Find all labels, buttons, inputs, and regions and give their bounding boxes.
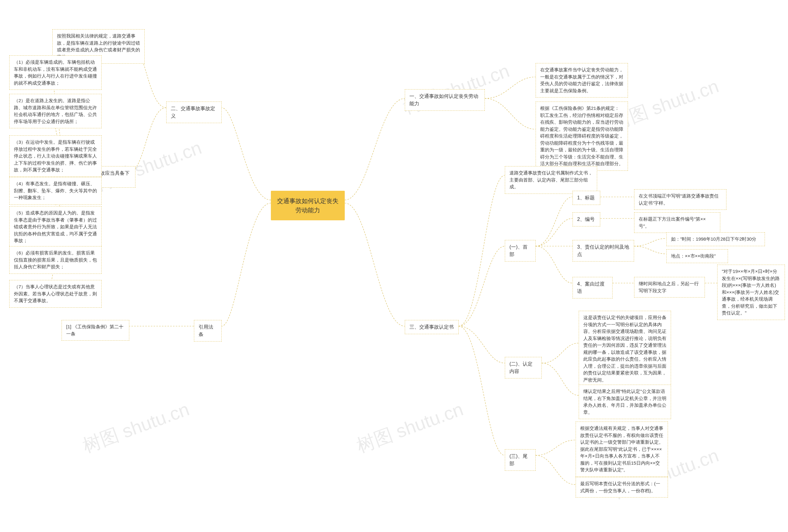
s1-n3: 3、责任认定的时间及地点 <box>573 240 634 262</box>
s3-t2: 最后写明本责任认定书分送的形式：(一式两份，一份交当事人，一份存档)。 <box>576 477 668 497</box>
s1-n1-text: 在文书顶端正中写明"道路交通事故责任认定书"字样。 <box>634 189 726 210</box>
watermark: 树图 shutu.cn <box>79 397 193 458</box>
s3-t1: 根据交通法规有关规定，当事人对交通事故责任认定书不服的，有权向做出该责任认定书的… <box>576 422 668 477</box>
s1-n3-t2: 地点：××市××街南段" <box>666 249 728 263</box>
s2-t2: 继认定结果之后用"特此认定"公文落款语结尾，右下角加盖认定机关公章，并注明承办人… <box>579 385 671 419</box>
connector-lines <box>0 0 788 532</box>
s2-t1: 这是该责任认定书的关键项目，应用分条分项的方式一一写明分析认定的具体内容。分析应… <box>579 311 671 387</box>
branch2-i1: （1）必须是车辆造成的。车辆包括机动车和非机动车，没有车辆就不能构成交通事故，例… <box>9 55 102 90</box>
s1-n2: 2、编号 <box>573 212 600 226</box>
branch2-i6: （6）必须有损害后果的发生。损害后果仅指直接的损害后果，且是物质损失，包括人身伤… <box>9 246 102 274</box>
branch2-i4: （4）有事态发生。是指有碰撞、碾压、刮擦、翻车、坠车、爆炸、失火等其中的一种现象… <box>9 177 102 205</box>
branch1-item-2: 根据《工伤保险条例》第21条的规定：职工发生工伤，经治疗伤情相对稳定后存在残疾、… <box>536 102 628 171</box>
s1-n4: 4、案由过渡语 <box>573 277 613 299</box>
section-1: (一)、首部 <box>505 240 536 262</box>
s1-n4-text: "对于19××年×月×日×时×分发生在××(写明事故发生的路段)的×××(事故一… <box>717 265 785 320</box>
root-node: 交通事故如何认定丧失劳动能力 <box>271 191 345 220</box>
branch-2: 二、交通事故事故定义 <box>166 102 222 123</box>
branch1-item-1: 在交通事故案件当中认定丧失劳动能力，一般是在交通事故属于工伤的情况下，对受伤人员… <box>536 63 628 98</box>
law-item: [1] 《工伤保险条例》第二十一条 <box>62 320 129 341</box>
branch2-i2: （2）是在道路上发生的。道路是指公路、城市道路和虽在单位管辖范围但允许社会机动车… <box>9 94 102 128</box>
s1-n1: 1、标题 <box>573 191 600 205</box>
branch-3: 三、交通事故认定书 <box>405 320 459 334</box>
s1-n4-mid: 继时间和地点之后，另起一行写明下段文字 <box>634 277 705 298</box>
branch2-i3: （3）在运动中发生。是指车辆在行驶或停放过程中发生的事件，若车辆处于完全停止状态… <box>9 136 102 177</box>
branch-1: 一、交通事故如何认定丧失劳动能力 <box>405 89 485 111</box>
section-2: (二)、认定内容 <box>505 357 542 378</box>
s1-n3-t1: 如："时间：1998年10月28日下午2时30分 <box>666 232 765 246</box>
watermark: 树图 shutu.cn <box>353 397 467 458</box>
s1-n2-text: 在标题正下方注出案件编号"第××号"。 <box>634 212 720 233</box>
branch-law: 引用法条 <box>194 320 222 342</box>
branch3-intro: 道路交通事故责任认定书属制作式文书，主要由首部、认定内容、尾部三部分组成。 <box>505 166 597 194</box>
branch2-i7: （7）当事人心理状态是过失或有其他意外因素。若当事人心理状态处于故意，则不属于交… <box>9 280 102 308</box>
section-3: (三)、尾部 <box>505 449 536 471</box>
branch2-i5: （5）造成事态的原因是人为的。是指发生事态是由于事故当事者（肇事者）的过错或者意… <box>9 206 102 248</box>
